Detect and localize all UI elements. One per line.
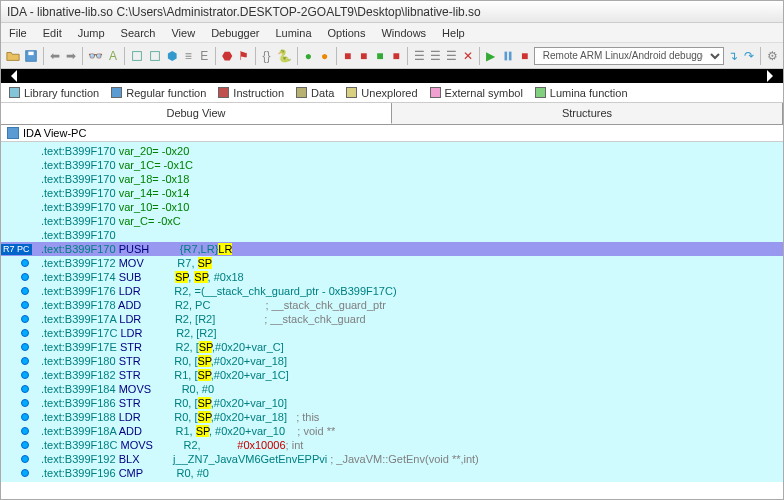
breakpoint-dot[interactable] xyxy=(21,329,29,337)
green-dot-icon[interactable]: ● xyxy=(301,47,315,65)
asm-line[interactable]: .text:B399F18C MOVS R2, #0x10006; int xyxy=(1,438,783,452)
menu-options[interactable]: Options xyxy=(320,23,374,42)
bp3-icon[interactable]: ■ xyxy=(373,47,387,65)
breakpoint-dot[interactable] xyxy=(21,343,29,351)
stack-icon[interactable]: ☰ xyxy=(412,47,426,65)
legend-box xyxy=(430,87,441,98)
binoculars-icon[interactable]: 👓 xyxy=(87,47,104,65)
toolbar: ⬅ ➡ 👓 A ⬢ ≡ E ⬣ ⚑ {} 🐍 ● ● ■ ■ ■ ■ ☰ ☰ ☰… xyxy=(1,43,783,69)
asm-line[interactable]: .text:B399F170 var_C= -0xC xyxy=(1,214,783,228)
enum-icon[interactable]: E xyxy=(197,47,211,65)
breakpoint-dot[interactable] xyxy=(21,455,29,463)
asm-line[interactable]: .text:B399F196 CMP R0, #0 xyxy=(1,466,783,480)
asm-line[interactable]: .text:B399F174 SUB SP, SP, #0x18 xyxy=(1,270,783,284)
pause-icon[interactable] xyxy=(500,47,516,65)
breakpoint-dot[interactable] xyxy=(21,273,29,281)
bp1-icon[interactable]: ■ xyxy=(340,47,354,65)
text-icon[interactable]: A xyxy=(106,47,120,65)
breakpoint-dot[interactable] xyxy=(21,357,29,365)
disassembly-view[interactable]: R7 PC .text:B399F170 var_20= -0x20.text:… xyxy=(1,142,783,482)
save-icon[interactable] xyxy=(23,47,39,65)
stop-icon[interactable]: ■ xyxy=(518,47,532,65)
asm-line[interactable]: .text:B399F170 var_1C= -0x1C xyxy=(1,158,783,172)
asm-line[interactable]: .text:B399F17A LDR R2, [R2] ; __stack_ch… xyxy=(1,312,783,326)
tab-structures[interactable]: Structures xyxy=(392,103,783,124)
breakpoint-dot[interactable] xyxy=(21,399,29,407)
menu-debugger[interactable]: Debugger xyxy=(203,23,267,42)
tab-debug-view[interactable]: Debug View xyxy=(1,103,392,124)
breakpoint-dot[interactable] xyxy=(21,371,29,379)
menu-jump[interactable]: Jump xyxy=(70,23,113,42)
close-icon[interactable]: ✕ xyxy=(461,47,475,65)
menu-view[interactable]: View xyxy=(163,23,203,42)
asm-line[interactable]: .text:B399F170 var_14= -0x14 xyxy=(1,186,783,200)
title-bar: IDA - libnative-lib.so C:\Users\Administ… xyxy=(1,1,783,23)
breakpoint-dot[interactable] xyxy=(21,427,29,435)
breakpoint-dot[interactable] xyxy=(21,259,29,267)
menu-search[interactable]: Search xyxy=(113,23,164,42)
breakpoint-dot[interactable] xyxy=(21,301,29,309)
asm-line[interactable]: .text:B399F188 LDR R0, [SP,#0x20+var_18]… xyxy=(1,410,783,424)
step-into-icon[interactable]: ↴ xyxy=(726,47,740,65)
box1-icon[interactable] xyxy=(129,47,145,65)
menu-help[interactable]: Help xyxy=(434,23,473,42)
asm-line[interactable]: .text:B399F192 BLX j__ZN7_JavaVM6GetEnvE… xyxy=(1,452,783,466)
asm-line[interactable]: .text:B399F186 STR R0, [SP,#0x20+var_10] xyxy=(1,396,783,410)
legend-box xyxy=(346,87,357,98)
asm-line[interactable]: .text:B399F170 var_18= -0x18 xyxy=(1,172,783,186)
asm-line[interactable]: .text:B399F170 xyxy=(1,228,783,242)
breakpoint-dot[interactable] xyxy=(21,385,29,393)
asm-line[interactable]: .text:B399F172 MOV R7, SP xyxy=(1,256,783,270)
breakpoint-dot[interactable] xyxy=(21,469,29,477)
python-icon[interactable]: 🐍 xyxy=(276,47,293,65)
box2-icon[interactable] xyxy=(147,47,163,65)
asm-line[interactable]: .text:B399F176 LDR R2, =(__stack_chk_gua… xyxy=(1,284,783,298)
debugger-select[interactable]: Remote ARM Linux/Android debugger xyxy=(534,47,724,65)
asm-line[interactable]: .text:B399F170 PUSH {R7,LR}LR xyxy=(1,242,783,256)
svg-rect-1 xyxy=(28,51,33,55)
step-over-icon[interactable]: ↷ xyxy=(742,47,756,65)
legend-box xyxy=(296,87,307,98)
asm-line[interactable]: .text:B399F17C LDR R2, [R2] xyxy=(1,326,783,340)
flag-icon[interactable]: ⚑ xyxy=(236,47,250,65)
asm-line[interactable]: .text:B399F170 var_20= -0x20 xyxy=(1,144,783,158)
menu-edit[interactable]: Edit xyxy=(35,23,70,42)
legend-label: Instruction xyxy=(233,87,284,99)
subtab-label[interactable]: IDA View-PC xyxy=(23,127,86,139)
open-icon[interactable] xyxy=(5,47,21,65)
menu-windows[interactable]: Windows xyxy=(373,23,434,42)
hex-icon[interactable]: ⬢ xyxy=(165,47,179,65)
asm-line[interactable]: .text:B399F184 MOVS R0, #0 xyxy=(1,382,783,396)
breakpoint-dot[interactable] xyxy=(21,441,29,449)
asm-line[interactable]: .text:B399F180 STR R0, [SP,#0x20+var_18] xyxy=(1,354,783,368)
watch-icon[interactable]: ☰ xyxy=(444,47,458,65)
breakpoint-dot[interactable] xyxy=(21,315,29,323)
legend-box xyxy=(9,87,20,98)
legend-label: Lumina function xyxy=(550,87,628,99)
svg-rect-5 xyxy=(509,51,512,60)
redo-icon[interactable]: ➡ xyxy=(64,47,78,65)
menu-lumina[interactable]: Lumina xyxy=(267,23,319,42)
script-icon[interactable]: {} xyxy=(259,47,273,65)
asm-line[interactable]: .text:B399F178 ADD R2, PC ; __stack_chk_… xyxy=(1,298,783,312)
menu-file[interactable]: File xyxy=(1,23,35,42)
asm-line[interactable]: .text:B399F182 STR R1, [SP,#0x20+var_1C] xyxy=(1,368,783,382)
asm-line[interactable]: .text:B399F170 var_10= -0x10 xyxy=(1,200,783,214)
legend-box xyxy=(535,87,546,98)
breakpoint-dot[interactable] xyxy=(21,413,29,421)
asm-line[interactable]: .text:B399F18A ADD R1, SP, #0x20+var_10 … xyxy=(1,424,783,438)
stop-sign-icon[interactable]: ⬣ xyxy=(220,47,234,65)
trace-icon[interactable]: ☰ xyxy=(428,47,442,65)
orange-dot-icon[interactable]: ● xyxy=(317,47,331,65)
undo-icon[interactable]: ⬅ xyxy=(48,47,62,65)
legend-label: Data xyxy=(311,87,334,99)
struct-icon[interactable]: ≡ xyxy=(181,47,195,65)
bp4-icon[interactable]: ■ xyxy=(389,47,403,65)
bp2-icon[interactable]: ■ xyxy=(357,47,371,65)
asm-line[interactable]: .text:B399F198 BEQ loc_B399F1B2 xyxy=(1,480,783,482)
run-icon[interactable]: ▶ xyxy=(483,47,497,65)
asm-line[interactable]: .text:B399F17E STR R2, [SP,#0x20+var_C] xyxy=(1,340,783,354)
config-icon[interactable]: ⚙ xyxy=(765,47,779,65)
nav-band[interactable] xyxy=(1,69,783,83)
breakpoint-dot[interactable] xyxy=(21,287,29,295)
